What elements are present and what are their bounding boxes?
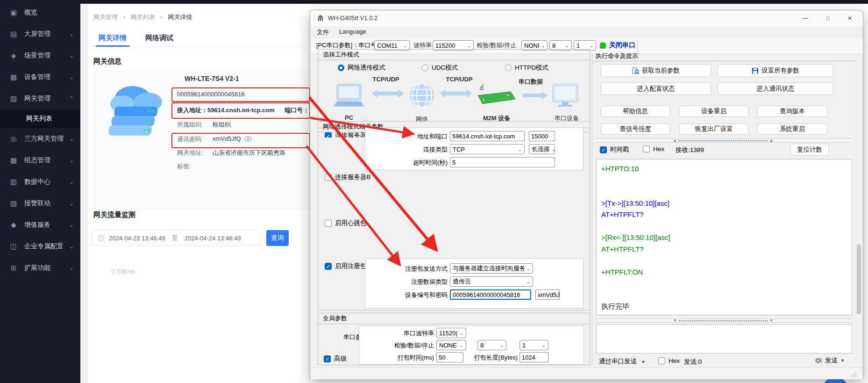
send-input-area[interactable]: [596, 325, 852, 354]
date-to-label: 至: [172, 234, 178, 242]
radio-label: 网络透传模式: [348, 64, 385, 72]
advanced-checkbox[interactable]: ✓ 高级: [324, 354, 347, 363]
serial-tool-window: WH-G405tf V1.0.2 — □ ✕ 文件 Language [PC串口…: [310, 10, 863, 379]
breadcrumb-gateway-mgmt[interactable]: 网关管理: [93, 14, 118, 21]
scrollbar-thumb[interactable]: [857, 244, 861, 314]
server-port-input[interactable]: 15000: [529, 131, 555, 141]
status-bar: [310, 368, 863, 379]
splitter-arrow-icon: ▲: [769, 139, 773, 142]
reg-send-select[interactable]: 与服务器建立连接时向服务⌄: [450, 263, 533, 274]
close-button[interactable]: ✕: [839, 11, 861, 26]
chevron-up-icon: ⌃: [69, 95, 74, 102]
sidebar-item-thirdparty-gateway[interactable]: ◎ 三方网关管理 ⌄: [0, 128, 80, 150]
timestamp-checkbox[interactable]: ✓ 时间戳: [600, 145, 629, 154]
log-line: [601, 221, 847, 232]
scrollbar-track[interactable]: [856, 54, 862, 365]
g-databits-select[interactable]: 8⌄: [477, 340, 506, 350]
log-line: [601, 255, 847, 267]
conn-type-select[interactable]: TCP⌄: [450, 144, 525, 154]
sidebar-item-value-services[interactable]: ◆ 增值服务 ⌄: [0, 214, 80, 236]
maximize-button[interactable]: □: [817, 11, 839, 26]
splitter-arrow-icon: ▲: [673, 139, 677, 142]
device-id-input[interactable]: 00059614000000045816: [450, 289, 531, 300]
value-service-icon: ◆: [8, 221, 19, 229]
sidebar-item-overview[interactable]: ▣ 概览: [0, 2, 80, 23]
sidebar-item-data-center[interactable]: ▥ 数据中心 ⌄: [0, 171, 80, 193]
sidebar-item-label: 大屏管理: [24, 30, 50, 38]
menu-language[interactable]: Language: [339, 28, 366, 36]
radio-httpd-mode[interactable]: HTTPD模式: [505, 64, 548, 72]
tab-gateway-detail[interactable]: 网关详情: [99, 34, 127, 43]
chevron-down-icon: ⌄: [552, 147, 555, 152]
sidebar-item-gateway-list[interactable]: 网关列表: [0, 109, 80, 128]
recv-hex-checkbox[interactable]: Hex: [643, 145, 664, 152]
menu-file[interactable]: 文件: [317, 28, 329, 36]
sidebar-item-enterprise-config[interactable]: ◫ 企业专属配置 ⌄: [0, 236, 80, 257]
breadcrumb-gateway-list[interactable]: 网关列表: [131, 14, 155, 21]
reset-count-button[interactable]: 复位计数: [790, 144, 829, 156]
sidebar-item-extensions[interactable]: ⊞ 扩展功能 ⌄: [0, 257, 80, 279]
sidebar-item-alarm-linkage[interactable]: ▨ 报警联动 ⌄: [0, 193, 80, 214]
enter-comm-button[interactable]: 进入通讯状态: [718, 82, 833, 95]
server-b-label: 连接服务器B: [335, 173, 371, 181]
splitter-handle-bottom[interactable]: ▼ ▼: [595, 318, 851, 323]
minimize-button[interactable]: —: [795, 11, 816, 26]
send-via-serial-dropdown[interactable]: 通过串口发送 ▼: [599, 357, 646, 366]
timeout-label: 超时时间(秒): [370, 159, 448, 167]
set-params-button[interactable]: 设置所有参数: [718, 64, 833, 77]
radio-transparent-mode[interactable]: 网络透传模式: [338, 64, 385, 72]
button-label: 查询版本: [780, 107, 805, 116]
reg-type-select[interactable]: 透传云⌄: [450, 276, 533, 287]
send-button[interactable]: 发送 ▼: [815, 356, 845, 365]
parity-label: 检验/数据/停止: [477, 41, 516, 50]
timeout-input[interactable]: 5: [450, 157, 555, 167]
device-reboot-button[interactable]: 设备重启: [679, 106, 748, 117]
splitter-handle-top[interactable]: ▲ ▲: [595, 138, 851, 143]
close-port-button[interactable]: 关闭串口: [609, 41, 635, 50]
sidebar-item-config-mgmt[interactable]: ▩ 组态管理 ⌄: [0, 150, 80, 171]
org-value: 根组织: [213, 121, 231, 129]
date-start[interactable]: 2024-04-23 13:46:49: [109, 235, 165, 242]
g-baud-select[interactable]: 11520(⌄: [436, 328, 466, 338]
help-button[interactable]: 帮助信息: [601, 106, 670, 117]
send-hex-checkbox[interactable]: Hex: [658, 357, 680, 364]
sidebar-item-screen-mgmt[interactable]: ▤ 大屏管理 ⌄: [0, 23, 80, 45]
enter-config-button[interactable]: 进入配置状态: [601, 82, 711, 95]
tab-network-debug[interactable]: 网络调试: [145, 34, 173, 43]
server-address-input[interactable]: 59614.cnsh.iot-tcp.com: [450, 131, 525, 141]
close-icon: ✕: [839, 11, 861, 26]
factory-reset-button[interactable]: 恢复出厂设置: [679, 123, 748, 135]
device-pwd-input[interactable]: xmVd5Jf(: [535, 289, 560, 300]
regpack-checkbox[interactable]: ✓ 启用注册包: [325, 262, 367, 270]
system-reboot-button[interactable]: 系统重启: [757, 123, 827, 135]
tcp-udp-label-1: TCP/UDP: [367, 76, 405, 83]
button-label: 获取当前参数: [642, 66, 680, 75]
sidebar-item-device-mgmt[interactable]: ▦ 设备管理 ⌄: [0, 66, 80, 88]
chevron-down-icon: ▼: [840, 358, 845, 363]
pc-icon: [333, 84, 365, 107]
sidebar-item-gateway-mgmt[interactable]: ▧ 网关管理 ⌃: [0, 88, 80, 109]
signal-strength-button[interactable]: 查信号强度: [601, 123, 670, 135]
server-a-row-clipped[interactable]: ✓ 连接服务器A: [325, 131, 371, 137]
sidebar-item-scene-mgmt[interactable]: ◈ 场景管理 ⌄: [0, 45, 80, 66]
query-button[interactable]: 查询: [266, 230, 289, 246]
receive-log[interactable]: +HTPTO:10 >[Tx->][13:50:10][asc] AT+HTPF…: [596, 159, 852, 315]
window-titlebar[interactable]: [310, 10, 863, 26]
get-params-button[interactable]: 获取当前参数: [601, 64, 711, 77]
date-range-picker[interactable]: 2024-04-23 13:46:49 至 2024-04-24 13:46:4…: [92, 230, 261, 246]
radio-udc-mode[interactable]: UDC模式: [422, 64, 458, 72]
g-parity-select[interactable]: NONE⌄: [436, 340, 466, 350]
m2m-board-icon: [478, 83, 515, 104]
pack-time-label: 打包时间(ms): [361, 354, 434, 362]
resize-grip[interactable]: [851, 371, 857, 377]
heartbeat-checkbox[interactable]: 启用心跳包: [325, 219, 367, 227]
date-end[interactable]: 2024-04-24 13:46:49: [185, 235, 241, 242]
button-label: 恢复出厂设置: [695, 125, 733, 133]
server-b-checkbox[interactable]: 连接服务器B: [325, 173, 371, 181]
reg-type-label: 注册数据类型: [370, 278, 448, 286]
query-version-button[interactable]: 查询版本: [757, 106, 827, 117]
pack-len-input[interactable]: 1024: [519, 352, 548, 362]
g-stopbits-select[interactable]: 1⌄: [519, 340, 548, 350]
right-arrow-icon: [523, 91, 548, 100]
keepalive-select[interactable]: 长连接⌄: [529, 144, 555, 154]
